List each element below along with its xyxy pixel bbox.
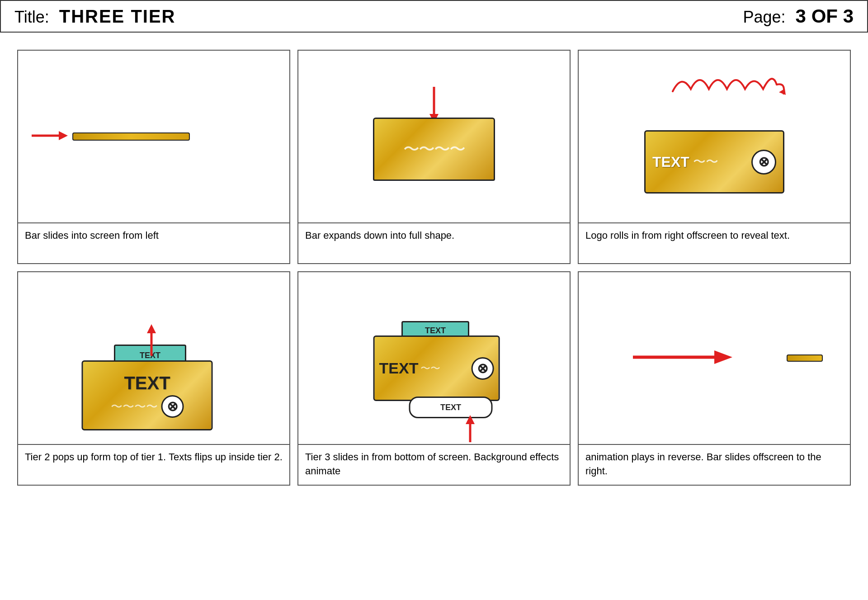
title-label: Title:	[14, 8, 49, 26]
cell-caption-4: Tier 2 pops up form top of tier 1. Texts…	[18, 444, 289, 485]
page-value: 3 OF 3	[796, 5, 854, 27]
wave-pattern-1: 〜〜〜〜	[403, 138, 465, 161]
right-arrow-icon	[32, 129, 68, 144]
storyboard-cell-2: 〜〜〜〜 Bar expands down into full shape.	[297, 50, 571, 264]
logo-circle-4: ⊗	[161, 395, 184, 418]
header: Title: THREE TIER Page: 3 OF 3	[0, 0, 868, 33]
storyboard-cell-3: TEXT 〜〜 ⊗ Logo rolls in from right offsc…	[578, 50, 851, 264]
thin-bar	[72, 132, 190, 141]
x-icon-4: ⊗	[167, 400, 178, 413]
x-icon-5: ⊗	[477, 362, 488, 375]
expanded-bar: 〜〜〜〜	[373, 118, 495, 181]
text-label-3: TEXT	[652, 154, 689, 170]
svg-marker-10	[714, 350, 732, 364]
logo-circle-3: ⊗	[751, 150, 776, 175]
large-right-arrow-icon	[633, 348, 732, 368]
up-arrow-icon-4	[145, 324, 158, 358]
storyboard-cell-5: TEXT TEXT 〜〜 ⊗ TEXT	[297, 271, 571, 486]
illustration-3: TEXT 〜〜 ⊗	[579, 51, 850, 222]
small-bar-6	[787, 354, 823, 362]
tier3-label-5: TEXT	[440, 403, 461, 412]
tier1-label-5: TEXT	[425, 326, 446, 335]
main-gold-bar-4: TEXT 〜〜〜〜 ⊗	[82, 360, 213, 430]
storyboard-grid: Bar slides into screen from left 〜〜〜〜 Ba…	[0, 33, 868, 489]
cell-caption-3: Logo rolls in from right offscreen to re…	[579, 222, 850, 263]
wave-5: 〜〜	[420, 362, 470, 375]
svg-marker-1	[59, 131, 68, 140]
svg-marker-6	[147, 324, 156, 333]
illustration-4: TEXT TEXT 〜〜〜〜 ⊗	[18, 272, 289, 444]
cell-caption-2: Bar expands down into full shape.	[298, 222, 570, 263]
page: { "header": { "title_label": "Title:", "…	[0, 0, 868, 600]
red-swirl-icon	[664, 69, 790, 102]
storyboard-cell-1: Bar slides into screen from left	[17, 50, 290, 264]
cell-caption-5: Tier 3 slides in from bottom of screen. …	[298, 444, 570, 485]
x-icon: ⊗	[758, 155, 769, 169]
illustration-5: TEXT TEXT 〜〜 ⊗ TEXT	[298, 272, 570, 444]
illustration-1	[18, 51, 289, 222]
wave-mid-3: 〜〜	[693, 153, 751, 170]
header-title: Title: THREE TIER	[14, 6, 176, 27]
svg-marker-4	[779, 89, 786, 95]
main-gold-bar-5: TEXT 〜〜 ⊗	[373, 335, 500, 401]
big-text-4: TEXT	[124, 373, 170, 393]
illustration-2: 〜〜〜〜	[298, 51, 570, 222]
header-page: Page: 3 OF 3	[743, 5, 854, 27]
cell-caption-6: animation plays in reverse. Bar slides o…	[579, 444, 850, 485]
wave-4: 〜〜〜〜	[111, 399, 158, 415]
tier3-bar-5: TEXT	[409, 397, 493, 418]
cell-caption-1: Bar slides into screen from left	[18, 222, 289, 263]
up-arrow-icon-5	[463, 415, 477, 444]
big-text-5: TEXT	[379, 359, 419, 377]
storyboard-cell-6: animation plays in reverse. Bar slides o…	[578, 271, 851, 486]
storyboard-cell-4: TEXT TEXT 〜〜〜〜 ⊗	[17, 271, 290, 486]
main-display-bar: TEXT 〜〜 ⊗	[644, 130, 784, 194]
wave-row-4: 〜〜〜〜 ⊗	[111, 395, 184, 418]
illustration-6	[579, 272, 850, 444]
page-label: Page:	[743, 8, 786, 26]
svg-marker-8	[466, 415, 475, 424]
title-value: THREE TIER	[59, 6, 176, 26]
logo-circle-5: ⊗	[472, 357, 494, 380]
